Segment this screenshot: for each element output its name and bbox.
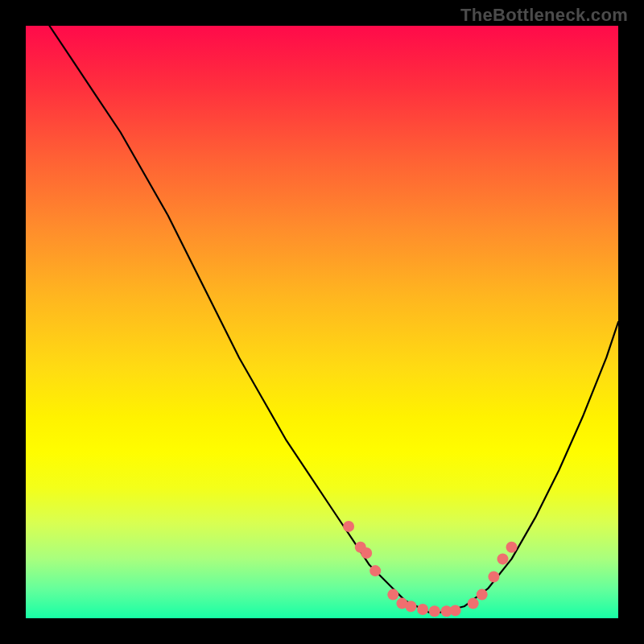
neck-dot (450, 605, 461, 616)
neck-dot (405, 601, 416, 612)
plot-area (26, 26, 618, 618)
chart-frame: TheBottleneck.com (0, 0, 644, 644)
neck-dot (429, 605, 440, 617)
neck-dot (369, 565, 381, 576)
neck-dot (488, 572, 499, 583)
neck-dot (506, 542, 518, 553)
neck-dot (387, 589, 398, 601)
watermark-text: TheBottleneck.com (460, 5, 628, 26)
bottleneck-curve (49, 26, 618, 613)
neck-dot (477, 589, 488, 601)
neck-dot (343, 521, 354, 532)
neck-dot (497, 553, 509, 564)
neck-dot (468, 598, 479, 609)
curve-layer (26, 26, 618, 618)
neck-dots (343, 521, 517, 617)
neck-dot (417, 604, 428, 615)
neck-dot (361, 547, 372, 559)
